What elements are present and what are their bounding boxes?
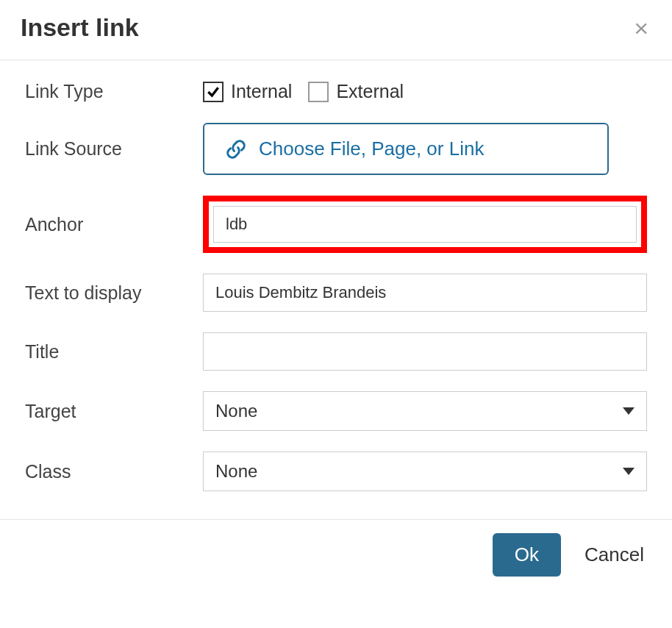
label-class: Class (25, 461, 203, 482)
close-icon[interactable]: × (631, 15, 651, 40)
label-link-source: Link Source (25, 138, 203, 160)
row-class: Class None (25, 452, 647, 491)
row-link-source: Link Source Choose File, Page, or Link (25, 123, 647, 175)
ok-button[interactable]: Ok (493, 533, 561, 577)
dialog-body: Link Type Internal External (0, 60, 672, 504)
class-select[interactable]: None (203, 452, 647, 491)
check-icon (206, 85, 221, 99)
row-text-to-display: Text to display (25, 274, 647, 312)
label-link-type: Link Type (25, 81, 203, 102)
checkbox-external[interactable]: External (308, 81, 404, 102)
checkbox-internal[interactable]: Internal (203, 81, 292, 102)
insert-link-dialog: Insert link × Link Type Internal (0, 0, 672, 593)
chevron-down-icon (623, 407, 635, 415)
label-title: Title (25, 341, 203, 363)
text-to-display-input[interactable] (203, 274, 647, 312)
choose-link-button[interactable]: Choose File, Page, or Link (203, 123, 609, 175)
chevron-down-icon (623, 468, 635, 475)
cancel-button[interactable]: Cancel (582, 533, 647, 577)
row-target: Target None (25, 391, 647, 431)
row-link-type: Link Type Internal External (25, 81, 647, 102)
row-anchor: Anchor (25, 196, 647, 253)
checkbox-internal-label: Internal (231, 81, 292, 102)
label-text-to-display: Text to display (25, 282, 203, 304)
class-value: None (215, 461, 257, 482)
target-select[interactable]: None (203, 391, 647, 431)
anchor-highlight (203, 196, 647, 253)
link-type-group: Internal External (203, 81, 404, 102)
choose-link-label: Choose File, Page, or Link (259, 138, 484, 160)
target-value: None (215, 401, 257, 421)
dialog-title: Insert link (21, 13, 631, 42)
dialog-header: Insert link × (0, 0, 672, 60)
label-target: Target (25, 401, 203, 422)
checkbox-box-external (308, 82, 329, 102)
label-anchor: Anchor (25, 214, 203, 235)
link-icon (225, 138, 247, 160)
checkbox-box-internal (203, 82, 224, 102)
anchor-input[interactable] (213, 206, 637, 243)
dialog-footer: Ok Cancel (0, 519, 672, 593)
checkbox-external-label: External (336, 81, 404, 102)
title-input[interactable] (203, 332, 647, 371)
row-title: Title (25, 332, 647, 371)
